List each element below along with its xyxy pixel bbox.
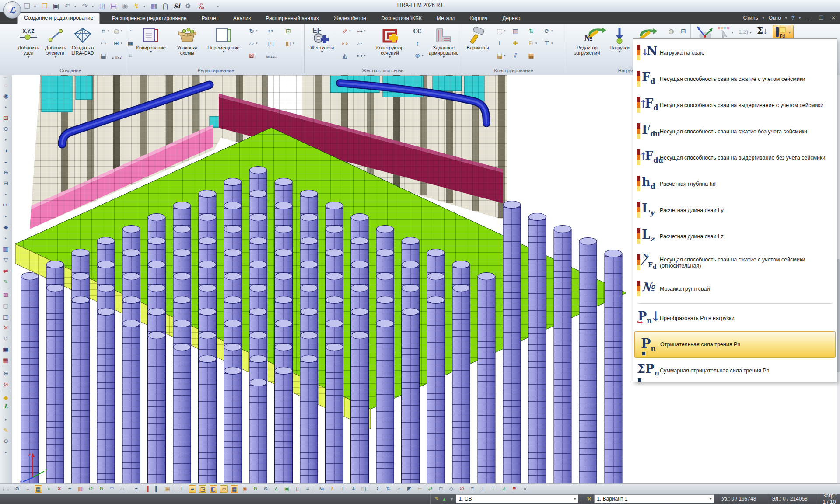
loads-button[interactable]: Нагрузки▾ <box>606 26 633 66</box>
tab-steel[interactable]: Металл <box>434 14 458 24</box>
axes-12-icon[interactable]: ∠ <box>273 485 280 493</box>
menu-item-bearing-pullout[interactable]: ↑ Fdu Несущая способность сваи на выдерг… <box>634 145 836 171</box>
solid-mode-icon[interactable]: ◳ <box>199 485 206 493</box>
comb-loads-icon[interactable]: ▥ <box>77 485 84 493</box>
move-button[interactable]: Перемещение▾ <box>204 26 243 66</box>
number-format-dropdown-icon[interactable]: ▾ <box>750 28 753 38</box>
grid-display-icon[interactable]: ⌗ <box>304 485 312 493</box>
menu-item-bearing-relative[interactable]: N⁄Fd Несущая способность сваи на сжатие … <box>634 250 836 276</box>
select-line-elements-icon[interactable]: ⊖ <box>0 123 12 134</box>
select-box-icon[interactable]: ⊠ <box>0 289 12 300</box>
box-check-icon[interactable]: ▣ <box>283 485 290 493</box>
frame-select-icon[interactable]: ▯ <box>294 485 301 493</box>
tab-masonry[interactable]: Кирпич <box>467 14 490 24</box>
select-cut-flyout-icon[interactable]: ▸ <box>0 233 12 243</box>
panels-cycle-icon[interactable]: ⟳ <box>542 26 552 36</box>
loads-on-nodes-icon[interactable]: ⇗ <box>340 26 350 36</box>
move-copy-dropdown-icon[interactable]: ▾ <box>121 38 124 48</box>
updown-icon[interactable]: ⇅ <box>385 485 392 493</box>
color-sphere-icon[interactable]: ◉ <box>241 485 248 493</box>
mesh-mode-icon[interactable]: ▦ <box>231 485 238 493</box>
select-flyout-icon[interactable]: ▸ <box>0 101 12 112</box>
rotate-copy-dropdown-icon[interactable]: ▾ <box>256 26 259 36</box>
concrete-cube-dropdown-icon[interactable]: ▾ <box>504 26 508 36</box>
menu-item-convert-pn-to-loads[interactable]: Pn ↓ ↪ Преобразовать Pn в нагрузки <box>634 305 836 331</box>
mirror-dropdown-icon[interactable]: ▾ <box>256 38 259 48</box>
fragment-window-icon[interactable]: ◫ <box>360 485 368 493</box>
swap-icon[interactable]: ⇄ <box>427 485 434 493</box>
style-menu[interactable]: Стиль <box>743 15 758 21</box>
plane-view-icon[interactable]: ▱ <box>119 485 126 493</box>
zoom-in-icon[interactable]: ⊕ <box>0 368 12 379</box>
block-3d-icon[interactable]: ▥ <box>0 243 12 254</box>
pile-results-button[interactable]: Fd ▾ <box>773 25 794 40</box>
plate-element-icon[interactable]: ▱ <box>355 38 364 48</box>
load-down-icon[interactable]: ↧ <box>350 485 357 493</box>
canvas-vertical-scrollbar[interactable] <box>836 75 840 483</box>
frames-dropdown-icon[interactable]: ▾ <box>293 38 296 48</box>
flag-plate-dropdown-icon[interactable]: ▾ <box>536 38 539 48</box>
steel-ibeam-icon[interactable]: Ι <box>495 38 504 48</box>
zoom-cancel-icon[interactable]: ⊘ <box>0 379 12 390</box>
sling-support-icon[interactable]: ◭ <box>340 51 350 60</box>
tab-advanced-edit[interactable]: Расширенное редактирование <box>109 14 189 24</box>
copy-button[interactable]: Копирование▾ <box>131 26 171 66</box>
copy-fragment-icon[interactable]: ◳ <box>266 38 276 48</box>
panels-cycle-dropdown-icon[interactable]: ▾ <box>551 26 555 36</box>
window-fragment-icon[interactable]: ◳ <box>0 311 12 322</box>
tab-rc-expertise[interactable]: Экспертиза ЖБК <box>378 14 424 24</box>
tab-calculation[interactable]: Расчет <box>199 14 221 24</box>
node-element-numbers-icon[interactable]: ▤ <box>35 485 42 493</box>
refresh-view-icon[interactable]: ↻ <box>252 485 259 493</box>
select-elements-icon[interactable]: ⊞ <box>0 112 12 123</box>
slope-icon[interactable]: ⊿ <box>500 485 508 493</box>
frame-dark-icon[interactable]: ▦ <box>0 344 12 355</box>
result-chart-icon[interactable]: ▥ <box>511 26 520 36</box>
menu-item-bearing-compression[interactable]: Fdu Несущая способность сваи на сжатие б… <box>634 118 836 145</box>
select-grid-flyout-icon[interactable]: ▸ <box>0 189 12 200</box>
delete-fragment-icon[interactable]: ⊠ <box>247 51 256 60</box>
select-stiffness-flyout-icon[interactable]: ▸ <box>0 211 12 222</box>
minimize-button[interactable]: — <box>805 15 813 21</box>
variants-button[interactable]: Варианты <box>463 26 492 66</box>
palette-cursor-icon[interactable] <box>717 25 732 40</box>
stiffness-button[interactable]: EF Жесткости▾ <box>308 26 336 66</box>
load-case-editor-button[interactable]: № Редактор загружений <box>570 26 604 66</box>
select-line-flyout-icon[interactable]: ▸ <box>0 134 12 145</box>
tab-reinforced-concrete[interactable]: Железобетон <box>331 14 368 24</box>
truss-scheme-icon[interactable]: ◠ <box>98 38 108 48</box>
app-logo-icon[interactable]: ℒ <box>4 1 21 19</box>
gray-cylinder-icon[interactable]: ◍ <box>666 26 676 36</box>
rotate-view-icon[interactable]: ↺ <box>0 333 12 344</box>
concrete-cube-icon[interactable]: ⬚ <box>495 26 504 36</box>
t-section-dropdown-icon[interactable]: ▾ <box>551 38 555 48</box>
select-horizontal-icon[interactable]: ◒ <box>0 156 12 167</box>
number-format-icon[interactable]: 1.2) <box>736 27 751 37</box>
edit-pencil-icon[interactable]: ✎ <box>0 425 12 436</box>
toolbar-more-icon[interactable]: ▸ <box>0 447 12 458</box>
cc-factors-icon[interactable]: CC <box>413 26 422 36</box>
node-joint-icon[interactable]: ⊷ <box>355 51 364 60</box>
select-cut-icon[interactable]: ◆ <box>0 222 12 233</box>
frames-stack-icon[interactable]: ◧ <box>284 38 293 48</box>
mirror-plane-icon[interactable]: ▱ <box>247 38 256 48</box>
masonry-icon[interactable]: ▤ <box>495 51 504 60</box>
menu-item-negative-friction[interactable]: Pn Отрицательная сила трения Pn <box>634 331 836 358</box>
axes-result-icon[interactable] <box>696 25 713 40</box>
rotate-copy-icon[interactable]: ↻ <box>247 26 256 36</box>
hide-node-numbers-icon[interactable]: ✕ <box>56 485 63 493</box>
menu-item-pile-load[interactable]: ↓ N Нагрузка на сваю <box>634 40 836 66</box>
pile-probe-icon[interactable]: ⊕ <box>413 51 422 60</box>
select-zoom-icon[interactable]: ⊡ <box>284 26 293 36</box>
pile-results-dropdown-icon[interactable]: ▾ <box>789 28 792 38</box>
stiffness-display-icon[interactable]: Ξ <box>133 485 140 493</box>
loadcase-prev-icon[interactable]: ▲ <box>442 497 447 501</box>
shade-mode-icon[interactable]: ◧ <box>210 485 217 493</box>
measure-length-icon[interactable]: L <box>0 403 12 414</box>
loadcase-select[interactable]: 1. СВ▾ <box>456 494 578 503</box>
node-marks-icon[interactable]: ∘ <box>45 485 52 493</box>
cylinder-dropdown-icon[interactable]: ▾ <box>121 26 124 36</box>
masonry-dropdown-icon[interactable]: ▾ <box>504 51 508 60</box>
measure-flyout-icon[interactable]: ▸ <box>0 414 12 425</box>
scrollbar-thumb[interactable] <box>837 259 840 372</box>
